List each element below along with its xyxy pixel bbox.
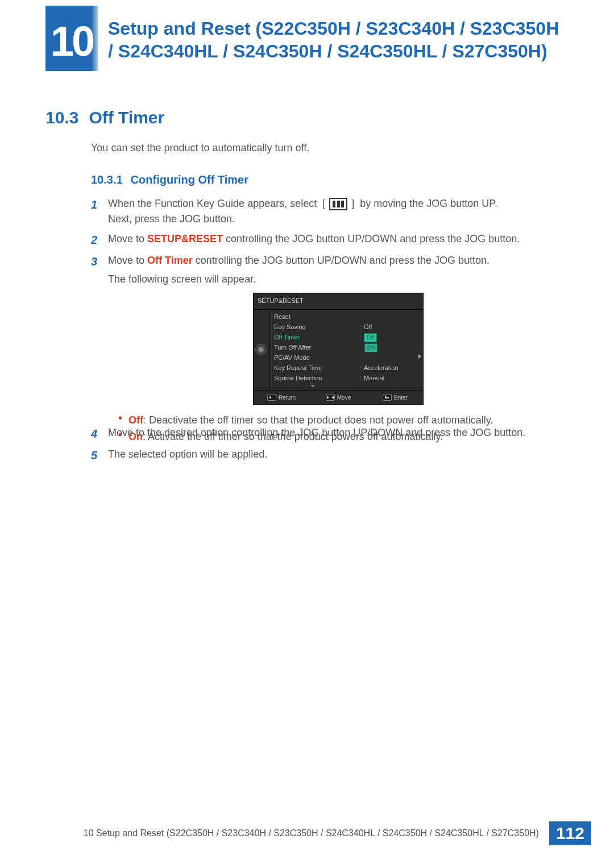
osd-return-label: Return bbox=[279, 393, 296, 402]
menu-icon bbox=[329, 198, 347, 210]
osd-screenshot: SETUP&RESET Reset Eco Saving Off Timer T… bbox=[253, 293, 424, 405]
section-number: 10.3 bbox=[45, 108, 78, 127]
osd-off-timer-on: On bbox=[364, 343, 377, 352]
osd-item-eco: Eco Saving bbox=[269, 322, 355, 333]
step-number: 3 bbox=[91, 253, 108, 446]
subsection-title: Configuring Off Timer bbox=[131, 173, 248, 186]
osd-item-reset: Reset bbox=[269, 312, 355, 322]
osd-item-off-timer: Off Timer bbox=[269, 333, 355, 343]
osd-item-turn-off-after: Turn Off After bbox=[269, 343, 355, 353]
section-heading: 10.3Off Timer bbox=[45, 108, 164, 127]
osd-off-timer-off: Off bbox=[364, 333, 377, 342]
bullet-off-label: Off bbox=[128, 414, 143, 426]
step3-text-d: The following screen will appear. bbox=[108, 273, 256, 285]
footer-breadcrumb: 10 Setup and Reset (S22C350H / S23C340H … bbox=[84, 828, 539, 838]
subsection-number: 10.3.1 bbox=[91, 173, 123, 186]
step1-text-c: Next, press the JOG button. bbox=[108, 213, 235, 225]
steps-list: 1 When the Function Key Guide appears, s… bbox=[91, 196, 569, 450]
osd-move-label: Move bbox=[337, 393, 351, 402]
chapter-number-tab: 10 bbox=[45, 6, 98, 71]
step-number: 5 bbox=[91, 447, 108, 464]
step2-text-a: Move to bbox=[108, 233, 147, 244]
chevron-right-icon bbox=[418, 354, 421, 359]
step2-text-c: controlling the JOG button UP/DOWN and p… bbox=[223, 233, 520, 244]
step5-text: The selected option will be applied. bbox=[108, 447, 569, 464]
osd-enter-label: Enter bbox=[394, 393, 408, 402]
osd-menu-column: Reset Eco Saving Off Timer Turn Off Afte… bbox=[269, 310, 355, 390]
step2-red: SETUP&RESET bbox=[147, 233, 223, 244]
osd-footer: Return Move Enter bbox=[253, 390, 424, 405]
osd-item-source: Source Detection bbox=[269, 373, 355, 384]
step3-red: Off Timer bbox=[147, 255, 193, 266]
page-footer: 10 Setup and Reset (S22C350H / S23C340H … bbox=[0, 821, 614, 845]
osd-icon-column bbox=[253, 310, 269, 390]
section-title: Off Timer bbox=[89, 108, 164, 127]
intro-text: You can set the product to automatically… bbox=[91, 142, 309, 154]
enter-icon bbox=[383, 394, 392, 401]
move-icon bbox=[326, 394, 335, 401]
osd-eco-value: Off bbox=[364, 322, 372, 332]
bullet-off-desc: : Deactivate the off timer so that the p… bbox=[143, 414, 493, 426]
step-number: 2 bbox=[91, 231, 108, 248]
steps-list-lower: 4 Move to the desired option controlling… bbox=[91, 425, 569, 468]
osd-source-value: Manual bbox=[364, 373, 384, 383]
page-number: 112 bbox=[549, 821, 591, 845]
osd-item-key-repeat: Key Repeat Time bbox=[269, 363, 355, 373]
step-number: 4 bbox=[91, 425, 108, 442]
chevron-down-icon bbox=[310, 385, 315, 388]
osd-title: SETUP&RESET bbox=[253, 293, 424, 310]
step3-text-a: Move to bbox=[108, 255, 147, 266]
step-number: 1 bbox=[91, 196, 108, 227]
step1-text-a: When the Function Key Guide appears, sel… bbox=[108, 198, 317, 209]
osd-value-column: :Off :Off On :Acceleration :Manual bbox=[355, 310, 424, 390]
subsection-heading: 10.3.1Configuring Off Timer bbox=[91, 173, 248, 186]
step3-text-c: controlling the JOG button UP/DOWN and p… bbox=[193, 255, 489, 266]
step4-text: Move to the desired option controlling t… bbox=[108, 425, 569, 442]
osd-item-pcav: PC/AV Mode bbox=[269, 353, 355, 363]
chapter-title: Setup and Reset (S22C350H / S23C340H / S… bbox=[108, 17, 569, 63]
return-icon bbox=[267, 394, 276, 401]
osd-key-repeat-value: Acceleration bbox=[364, 363, 399, 373]
gear-icon bbox=[256, 345, 265, 354]
step1-text-b: by moving the JOG button UP. bbox=[360, 198, 497, 209]
